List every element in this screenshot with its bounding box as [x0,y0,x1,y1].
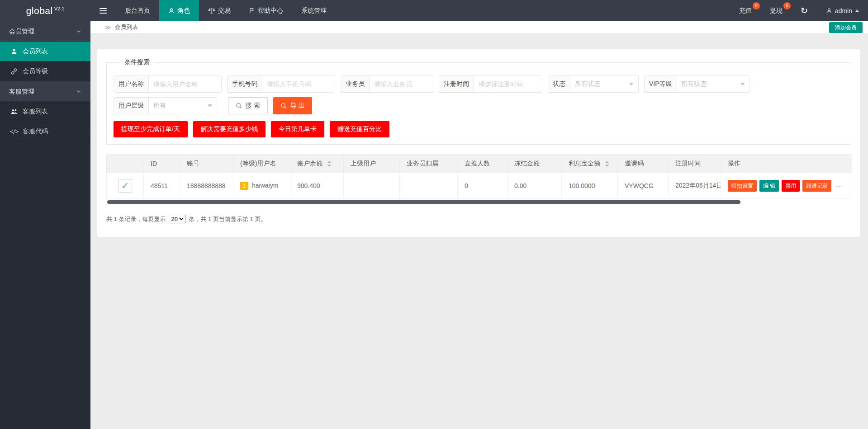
page-size-select[interactable]: 20 [169,215,185,223]
recharge-button[interactable]: 充值 0 [730,0,761,21]
checkbox-cell: ✓ [107,173,144,199]
field-label: VIP等级 [645,76,677,92]
field-label: 用户名称 [114,76,149,92]
horizontal-scrollbar-track [106,200,851,204]
logo-version: V2.1 [54,6,65,11]
gift-recharge-percent-button[interactable]: 赠送充值百分比 [330,121,389,137]
search-icon [280,103,287,109]
register-time-input[interactable] [474,76,542,92]
pagination-prefix: 共 1 条记录，每页显示 [106,215,166,223]
salesman-input[interactable] [370,76,433,92]
nav-item-dashboard[interactable]: 后台首页 [116,0,159,21]
field-label: 业务员 [341,76,370,92]
field-phone: 手机号码 [227,75,335,93]
nav-item-system-management[interactable]: 系统管理 [292,0,336,21]
caret-down-icon [208,104,212,107]
disable-button[interactable]: 禁用 [782,180,800,192]
sidebar-item-label: 会员列表 [23,47,48,56]
chevron-up-icon [855,9,859,12]
col-interest[interactable]: 利息宝金额 [562,155,618,173]
phone-input[interactable] [262,76,335,92]
cell-interest: 100.0000 [562,173,618,199]
more-actions-icon[interactable]: ··· [835,182,843,189]
field-user-layer: 用户层级 所有 [114,97,217,114]
field-username: 用户名称 [114,75,222,93]
person-icon [10,47,18,56]
cell-balance: 900.400 [290,173,344,199]
sidebar-item-service-code[interactable]: </> 客服代码 [0,122,90,141]
today-nth-order-button[interactable]: 今日第几单卡 [271,121,324,137]
menu-toggle-button[interactable] [90,0,116,21]
member-table: ID 账号 (等级)用户名 账户余额 上级用户 业务员归属 直推人数 冻结金额 [106,154,852,199]
withdraw-min-orders-button[interactable]: 提现至少完成订单/天 [114,121,188,137]
user-icon [826,8,832,14]
status-select-value: 所有状态 [575,80,600,88]
search-legend: 条件搜索 [120,58,154,66]
cell-id: 48511 [144,173,180,199]
user-menu[interactable]: admin [817,0,868,21]
edit-button[interactable]: 编 辑 [759,180,779,192]
sidebar-item-label: 会员等级 [23,67,48,75]
export-button[interactable]: 导 出 [273,97,312,114]
cell-frozen: 0.00 [508,173,562,199]
sort-icon[interactable] [327,161,332,167]
withdraw-label: 提现 [770,7,783,15]
horizontal-scrollbar-thumb[interactable] [107,200,740,204]
sidebar-item-service-list[interactable]: 客服列表 [0,102,90,122]
refresh-button[interactable]: ↻ [792,0,817,21]
sidebar-group-service-management[interactable]: 客服管理 [0,81,90,102]
nav-item-help-center[interactable]: 帮助中心 [240,0,292,21]
hidden-deduct-settings-button[interactable]: 暗扣设置 [728,180,757,192]
chevron-down-icon [76,89,81,94]
col-agent: 业务员归属 [400,155,458,173]
username: admin [835,7,852,14]
sidebar-group-member-management[interactable]: 会员管理 [0,21,90,42]
row-checkbox[interactable]: ✓ [119,179,132,193]
username-input[interactable] [149,76,221,92]
solve-recharge-amount-button[interactable]: 解决需要充值多少钱 [193,121,266,137]
search-row-1: 用户名称 手机号码 业务员 注册时间 [114,75,844,93]
nav-item-roles[interactable]: 角色 [159,0,199,21]
link-icon [10,67,18,75]
cell-register-time: 2022年06月14日 0 [669,173,721,199]
col-username: (等级)用户名 [233,155,290,173]
col-balance[interactable]: 账户余额 [290,155,344,173]
navbar-right: 充值 0 提现 0 ↻ admin [730,0,868,21]
col-id: ID [144,155,180,173]
caret-down-icon [740,83,745,85]
cell-actions: 暗扣设置 编 辑 禁用 跟进记录 ··· [721,173,852,199]
search-icon [236,103,242,109]
sidebar: global V2.1 会员管理 会员列表 会员等级 客服管理 客服列表 </>… [0,0,90,429]
withdraw-button[interactable]: 提现 0 [761,0,792,21]
vip-level-select-value: 所有状态 [682,80,707,88]
caret-down-icon [629,83,634,85]
table-row: ✓ 48511 18888888888 1haiwaiym 900.400 0 [107,173,852,199]
table-header-row: ID 账号 (等级)用户名 账户余额 上级用户 业务员归属 直推人数 冻结金额 [107,155,852,173]
sidebar-group-label: 客服管理 [9,81,34,102]
nav-item-transactions[interactable]: 交易 [199,0,240,21]
sort-icon[interactable] [605,161,609,167]
search-button[interactable]: 搜 索 [228,97,268,114]
sidebar-item-member-list[interactable]: 会员列表 [0,42,90,61]
cell-account: 18888888888 [180,173,233,199]
user-layer-select[interactable]: 所有 [149,98,217,114]
vip-level-select[interactable]: 所有状态 [677,76,749,92]
sidebar-item-member-level[interactable]: 会员等级 [0,61,90,81]
select-all-header [107,155,144,173]
col-register-time: 注册时间 [669,155,721,173]
pagination: 共 1 条记录，每页显示 20 条，共 1 页当前显示第 1 页。 [106,215,851,223]
col-label: 利息宝金额 [569,160,600,167]
status-select[interactable]: 所有状态 [570,76,638,92]
add-member-button[interactable]: 添加会员 [829,22,863,33]
code-icon: </> [10,127,18,136]
follow-up-records-button[interactable]: 跟进记录 [802,180,831,192]
recharge-label: 充值 [739,7,752,15]
col-invite-code: 邀请码 [618,155,669,173]
search-fieldset: 条件搜索 用户名称 手机号码 业务员 注册时间 [106,58,851,145]
search-button-label: 搜 索 [246,102,260,110]
col-direct-count: 直推人数 [458,155,508,173]
user-layer-select-value: 所有 [153,102,166,110]
field-register-time: 注册时间 [439,75,542,93]
cell-direct-count: 0 [458,173,508,199]
app-logo: global V2.1 [0,0,90,21]
